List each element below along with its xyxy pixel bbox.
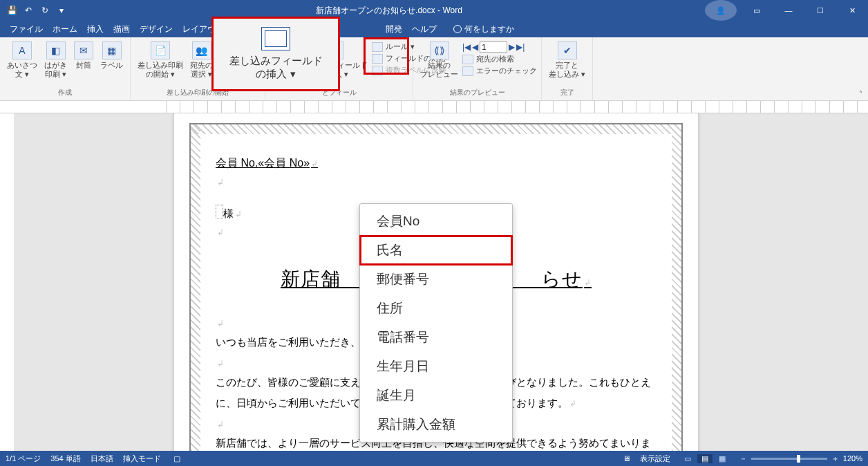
- first-record-icon[interactable]: |◀: [462, 42, 471, 52]
- tab-developer[interactable]: 開発: [386, 24, 402, 35]
- error-check-icon: [462, 66, 473, 76]
- return-mark: ↲: [235, 209, 242, 219]
- tab-insert[interactable]: 挿入: [87, 24, 104, 35]
- field-item-name[interactable]: 氏名: [360, 236, 512, 265]
- print-layout-icon[interactable]: ▤: [697, 454, 713, 463]
- error-check-button[interactable]: エラーのチェック: [462, 66, 537, 76]
- postcard-label: はがき 印刷 ▾: [44, 61, 67, 79]
- envelope-label: 封筒: [76, 61, 91, 70]
- next-record-icon[interactable]: ▶: [509, 42, 515, 52]
- ribbon: Aあいさつ 文 ▾ ◧はがき 印刷 ▾ ✉封筒 ▦ラベル 作成 📄差し込み印刷 …: [0, 37, 868, 101]
- return-mark: ↲: [584, 278, 592, 288]
- zoom-thumb[interactable]: [797, 455, 800, 463]
- tell-me-label: 何をしますか: [464, 24, 514, 35]
- tab-home[interactable]: ホーム: [53, 24, 77, 35]
- start-merge-icon: 📄: [151, 41, 170, 59]
- maximize-icon[interactable]: ☐: [804, 0, 836, 21]
- zoom-control: － ＋ 120%: [739, 454, 862, 464]
- field-item-birthday[interactable]: 生年月日: [360, 352, 512, 381]
- return-mark: ↲: [569, 399, 576, 409]
- field-item-birth-month[interactable]: 誕生月: [360, 381, 512, 410]
- macro-record-icon[interactable]: ▢: [173, 454, 180, 463]
- minimize-icon[interactable]: —: [773, 0, 804, 21]
- account-icon[interactable]: 👤: [705, 0, 737, 21]
- collapse-ribbon-icon[interactable]: ˄: [859, 90, 862, 97]
- postcard-icon: ◧: [46, 41, 66, 59]
- recipients-icon: 👥: [192, 41, 211, 59]
- greeting-label: あいさつ 文 ▾: [7, 61, 37, 79]
- bulb-icon: [453, 25, 462, 33]
- last-record-icon[interactable]: ▶|: [516, 42, 525, 52]
- group-create: Aあいさつ 文 ▾ ◧はがき 印刷 ▾ ✉封筒 ▦ラベル 作成: [0, 37, 131, 100]
- status-language[interactable]: 日本語: [91, 454, 113, 464]
- group-preview-label: 結果のプレビュー: [417, 86, 537, 100]
- insert-field-callout[interactable]: 差し込みフィールド の挿入 ▾: [211, 17, 340, 91]
- tab-file[interactable]: ファイル: [10, 24, 43, 35]
- group-finish-label: 完了: [546, 86, 588, 100]
- sama-text[interactable]: 様: [223, 207, 234, 219]
- preview-tools: |◀ ◀ ▶ ▶| 宛先の検索 エラーのチェック: [462, 40, 537, 76]
- qat-more-icon[interactable]: ▾: [55, 4, 68, 17]
- quick-access-toolbar: 💾 ↶ ↻ ▾: [0, 4, 73, 17]
- tab-design[interactable]: デザイン: [140, 24, 173, 35]
- group-create-label: 作成: [4, 86, 126, 100]
- preview-label: 結果の プレビュー: [420, 61, 458, 79]
- status-display[interactable]: 表示設定: [640, 454, 670, 464]
- tell-me[interactable]: 何をしますか: [453, 24, 514, 35]
- status-words[interactable]: 354 単語: [50, 454, 80, 464]
- web-layout-icon[interactable]: ▦: [715, 454, 730, 463]
- status-mode[interactable]: 挿入モード: [123, 454, 161, 464]
- tab-help[interactable]: ヘルプ: [412, 24, 437, 35]
- zoom-slider[interactable]: [751, 458, 827, 460]
- label-label: ラベル: [100, 61, 123, 70]
- field-item-postal[interactable]: 郵便番号: [360, 265, 512, 294]
- insert-field-big-icon: [261, 27, 290, 50]
- group-finish: ✔完了と 差し込み ▾ 完了: [542, 37, 593, 100]
- finish-button[interactable]: ✔完了と 差し込み ▾: [546, 40, 588, 80]
- start-merge-button[interactable]: 📄差し込み印刷 の開始 ▾: [135, 40, 186, 80]
- member-no-line[interactable]: 会員 No.«会員 No»: [216, 157, 310, 169]
- ribbon-display-icon[interactable]: ▭: [741, 0, 773, 21]
- save-icon[interactable]: 💾: [6, 4, 18, 17]
- find-recipient-icon: [462, 55, 473, 64]
- zoom-out-icon[interactable]: －: [739, 454, 747, 464]
- display-settings-icon[interactable]: 🖥: [623, 454, 630, 463]
- error-check-label: エラーのチェック: [476, 66, 537, 76]
- ribbon-tabs: ファイル ホーム 挿入 描画 デザイン レイアウト 参 開発 ヘルプ 何をします…: [0, 21, 868, 37]
- status-page[interactable]: 1/1 ページ: [6, 454, 41, 464]
- envelope-icon: ✉: [74, 41, 93, 59]
- record-nav: |◀ ◀ ▶ ▶|: [462, 41, 525, 53]
- horizontal-ruler[interactable]: [0, 101, 868, 113]
- return-mark: ↲: [217, 174, 657, 191]
- envelope-button[interactable]: ✉封筒: [71, 40, 96, 71]
- vertical-ruler[interactable]: [0, 113, 15, 451]
- record-number-input[interactable]: [480, 41, 507, 53]
- greeting-button[interactable]: Aあいさつ 文 ▾: [4, 40, 40, 80]
- label-icon: ▦: [102, 41, 122, 59]
- group-preview: ⟪⟫結果の プレビュー |◀ ◀ ▶ ▶| 宛先の検索 エラーのチェック 結果の…: [413, 37, 542, 100]
- preview-button[interactable]: ⟪⟫結果の プレビュー: [417, 40, 461, 80]
- insert-field-dropdown: 会員No 氏名 郵便番号 住所 電話番号 生年月日 誕生月 累計購入金額: [359, 203, 513, 442]
- field-item-total-purchase[interactable]: 累計購入金額: [360, 410, 512, 439]
- insert-field-small-highlight: [364, 37, 409, 75]
- close-icon[interactable]: ✕: [836, 0, 868, 21]
- zoom-value[interactable]: 120%: [843, 454, 862, 463]
- redo-icon[interactable]: ↻: [39, 4, 51, 17]
- postcard-button[interactable]: ◧はがき 印刷 ▾: [41, 40, 70, 80]
- tab-draw[interactable]: 描画: [113, 24, 130, 35]
- field-item-phone[interactable]: 電話番号: [360, 323, 512, 352]
- window-controls: 👤 ▭ — ☐ ✕: [705, 0, 868, 21]
- label-button[interactable]: ▦ラベル: [97, 40, 126, 71]
- prev-record-icon[interactable]: ◀: [472, 42, 478, 52]
- zoom-in-icon[interactable]: ＋: [831, 454, 839, 464]
- read-mode-icon[interactable]: ▭: [680, 454, 695, 463]
- title-bar: 💾 ↶ ↻ ▾ 新店舗オープンのお知らせ.docx - Word 👤 ▭ — ☐…: [0, 0, 868, 21]
- find-recipient-label: 宛先の検索: [476, 54, 514, 64]
- find-recipient-button[interactable]: 宛先の検索: [462, 54, 514, 64]
- document-area: 会員 No.«会員 No»↲ ↲ 様↲ ↲ 新店舗 らせ↲ ↲ いつも当店をご利…: [0, 113, 868, 451]
- field-item-member-no[interactable]: 会員No: [360, 207, 512, 236]
- field-item-address[interactable]: 住所: [360, 294, 512, 323]
- undo-icon[interactable]: ↶: [22, 4, 35, 17]
- finish-label: 完了と 差し込み ▾: [549, 61, 585, 79]
- status-bar: 1/1 ページ 354 単語 日本語 挿入モード ▢ 🖥 表示設定 ▭ ▤ ▦ …: [0, 451, 868, 466]
